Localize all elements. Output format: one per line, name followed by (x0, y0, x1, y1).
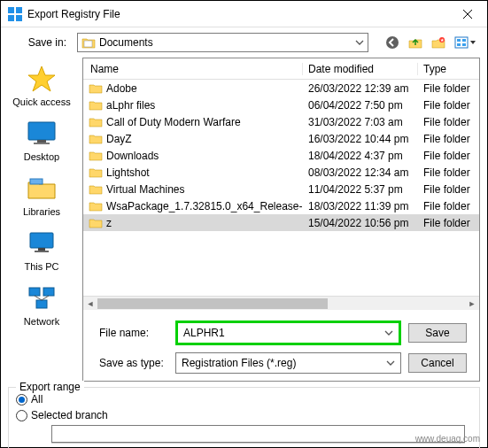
table-row[interactable]: Lightshot08/03/2022 12:34 amFile folder (83, 164, 479, 181)
svg-rect-19 (30, 233, 53, 248)
libraries-icon (26, 173, 58, 205)
row-name-text: Call of Duty Modern Warfare (106, 116, 241, 128)
row-date-text: 26/03/2022 12:39 am (303, 82, 418, 95)
radio-selected-branch[interactable]: Selected branch (16, 407, 472, 423)
view-menu-button[interactable] (452, 33, 480, 52)
row-type-text: File folder (418, 150, 479, 162)
save-in-row: Save in: Documents ★ (1, 27, 487, 56)
svg-rect-14 (462, 43, 466, 46)
export-range-legend: Export range (16, 381, 84, 393)
filename-label: File name: (99, 327, 168, 339)
place-this-pc[interactable]: This PC (6, 228, 77, 272)
scroll-right-icon[interactable]: ► (465, 297, 479, 311)
svg-rect-12 (462, 39, 466, 42)
folder-icon (89, 200, 103, 212)
row-name-text: z (106, 217, 112, 229)
row-date-text: 31/03/2022 7:03 am (303, 116, 418, 128)
svg-rect-6 (84, 41, 92, 47)
svg-rect-3 (16, 15, 22, 21)
places-bar: Quick access Desktop Libraries This PC (1, 56, 82, 383)
row-name-text: DayZ (106, 133, 132, 145)
table-row[interactable]: Call of Duty Modern Warfare31/03/2022 7:… (83, 113, 479, 130)
svg-rect-21 (35, 251, 49, 252)
row-date-text: 18/03/2022 11:39 pm (303, 200, 418, 212)
documents-icon (81, 36, 96, 49)
watermark: www.deuaq.com (415, 434, 480, 444)
svg-rect-0 (8, 7, 14, 13)
table-row[interactable]: aLphr files06/04/2022 7:50 pmFile folder (83, 97, 479, 113)
save-button[interactable]: Save (408, 323, 467, 343)
svg-rect-16 (37, 140, 46, 143)
scroll-thumb[interactable] (97, 298, 328, 309)
row-type-text: File folder (418, 183, 479, 196)
row-date-text: 18/04/2022 4:37 pm (303, 150, 418, 162)
row-type-text: File folder (418, 99, 479, 112)
window-title: Export Registry File (27, 8, 447, 20)
table-row[interactable]: DayZ16/03/2022 10:44 pmFile folder (83, 130, 479, 147)
save-in-combo[interactable]: Documents (77, 33, 368, 52)
row-name-text: WsaPackage_1.7.32815.0_x64_Release-Night… (106, 200, 303, 212)
svg-rect-13 (457, 43, 461, 46)
horizontal-scrollbar[interactable]: ◄ ► (83, 296, 479, 310)
saveas-combo[interactable]: Registration Files (*.reg) (175, 352, 401, 374)
folder-icon (89, 217, 103, 228)
chevron-down-icon (384, 330, 393, 336)
saveas-label: Save as type: (99, 357, 168, 369)
row-name-text: Adobe (106, 82, 137, 95)
folder-icon (89, 99, 103, 111)
place-desktop[interactable]: Desktop (6, 118, 77, 162)
table-row[interactable]: WsaPackage_1.7.32815.0_x64_Release-Night… (83, 197, 479, 214)
cancel-button[interactable]: Cancel (408, 353, 467, 373)
radio-icon (16, 394, 27, 406)
save-in-label: Save in: (22, 36, 72, 49)
svg-line-26 (42, 296, 49, 300)
row-type-text: File folder (418, 82, 479, 95)
list-header: Name Date modified Type (83, 58, 479, 80)
folder-icon (89, 166, 103, 178)
row-name-text: Lightshot (106, 166, 150, 179)
folder-icon (89, 82, 103, 94)
radio-all[interactable]: All (16, 391, 472, 407)
column-date[interactable]: Date modified (303, 63, 418, 75)
radio-icon (16, 410, 27, 421)
place-libraries[interactable]: Libraries (6, 173, 77, 217)
selected-branch-input[interactable] (51, 425, 465, 443)
folder-icon (89, 183, 103, 195)
file-list: Name Date modified Type Adobe26/03/2022 … (82, 58, 480, 382)
table-row[interactable]: Virtual Machines11/04/2022 5:37 pmFile f… (83, 181, 479, 197)
table-row[interactable]: Downloads18/04/2022 4:37 pmFile folder (83, 147, 479, 164)
close-button[interactable] (447, 1, 487, 27)
svg-rect-22 (29, 288, 40, 296)
column-type[interactable]: Type (418, 63, 479, 75)
filename-input[interactable]: ALPHR1 (175, 321, 401, 345)
table-row[interactable]: z15/04/2022 10:56 pmFile folder (83, 214, 479, 231)
up-one-level-button[interactable] (406, 33, 425, 52)
folder-icon (89, 116, 103, 127)
nav-buttons: ★ (383, 33, 480, 52)
table-row[interactable]: Adobe26/03/2022 12:39 amFile folder (83, 80, 479, 97)
row-type-text: File folder (418, 217, 479, 229)
scroll-left-icon[interactable]: ◄ (83, 297, 97, 311)
row-type-text: File folder (418, 166, 479, 179)
row-type-text: File folder (418, 116, 479, 128)
chevron-down-icon (386, 360, 395, 366)
svg-rect-2 (8, 15, 14, 21)
row-name-text: Virtual Machines (106, 183, 185, 196)
place-network[interactable]: Network (6, 282, 77, 327)
svg-rect-20 (38, 248, 45, 251)
new-folder-button[interactable]: ★ (429, 33, 448, 52)
regedit-icon (8, 7, 22, 21)
place-quick-access[interactable]: Quick access (6, 63, 77, 107)
star-icon (26, 63, 58, 95)
back-button[interactable] (383, 33, 402, 52)
svg-rect-24 (36, 300, 47, 308)
folder-icon (89, 133, 103, 144)
svg-rect-17 (34, 143, 50, 144)
svg-rect-1 (16, 7, 22, 13)
svg-rect-10 (455, 37, 468, 48)
this-pc-icon (26, 228, 58, 259)
save-in-value: Documents (99, 36, 153, 49)
row-date-text: 15/04/2022 10:56 pm (303, 217, 418, 229)
export-range-group: Export range All Selected branch (8, 387, 480, 448)
column-name[interactable]: Name (83, 63, 303, 75)
